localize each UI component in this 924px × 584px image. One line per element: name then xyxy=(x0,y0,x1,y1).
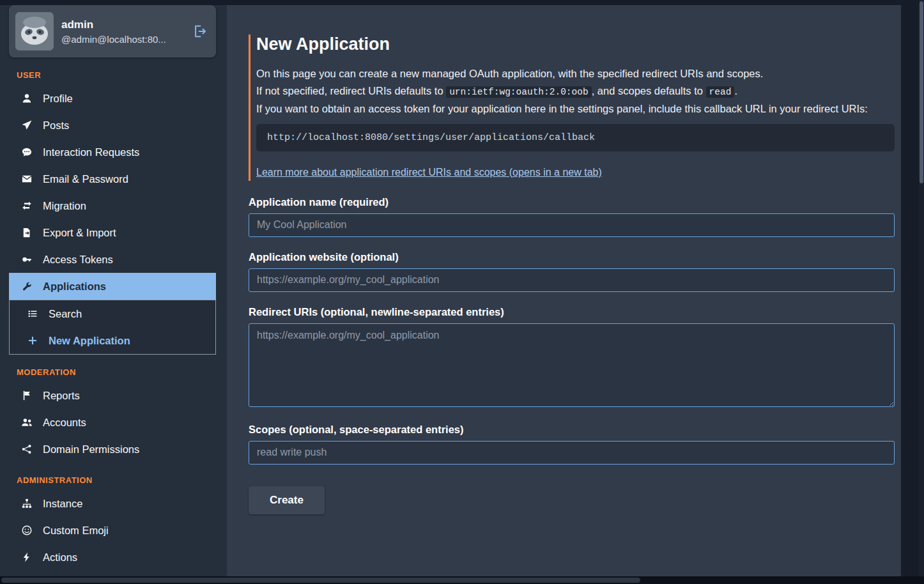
application-website-label: Application website (optional) xyxy=(249,251,895,263)
create-button[interactable]: Create xyxy=(249,486,325,514)
submenu-item-label: New Application xyxy=(49,335,130,347)
application-name-input[interactable] xyxy=(249,213,895,237)
sidebar-item-interaction-requests[interactable]: Interaction Requests xyxy=(9,139,216,165)
sidebar-item-label: Instance xyxy=(43,498,82,510)
transfer-arrows-icon xyxy=(20,199,33,212)
redirect-uris-label: Redirect URIs (optional, newline-separat… xyxy=(249,306,895,318)
sidebar-item-domain-permissions[interactable]: Domain Permissions xyxy=(9,436,216,463)
application-website-field: Application website (optional) xyxy=(249,251,895,292)
key-icon xyxy=(20,253,33,266)
scopes-field: Scopes (optional, space-separated entrie… xyxy=(249,424,895,465)
sidebar-item-label: Reports xyxy=(43,390,80,402)
smile-icon xyxy=(20,524,33,537)
sidebar-item-actions[interactable]: Actions xyxy=(9,544,216,571)
vertical-scrollbar-thumb[interactable] xyxy=(920,1,923,183)
envelope-icon xyxy=(20,173,33,185)
horizontal-scrollbar[interactable] xyxy=(0,576,924,584)
sidebar-item-label: Access Tokens xyxy=(43,254,113,266)
logout-icon[interactable] xyxy=(193,24,207,38)
user-name: admin xyxy=(61,19,166,31)
file-export-icon xyxy=(20,226,33,239)
users-icon xyxy=(20,416,33,429)
list-icon xyxy=(26,307,39,320)
horizontal-scrollbar-thumb[interactable] xyxy=(1,578,640,583)
read-code: read xyxy=(706,86,735,98)
section-title-user: USER xyxy=(17,70,216,80)
intro-line-1: On this page you can create a new manage… xyxy=(256,66,895,82)
submenu-item-label: Search xyxy=(49,308,82,320)
flag-icon xyxy=(20,389,33,402)
sidebar-item-label: Export & Import xyxy=(43,227,116,239)
scopes-input[interactable] xyxy=(249,441,895,465)
network-icon xyxy=(20,443,33,456)
new-application-form: Application name (required) Application … xyxy=(249,196,895,514)
sidebar-item-label: Migration xyxy=(43,200,86,212)
sitemap-icon xyxy=(20,497,33,510)
sidebar-item-label: Actions xyxy=(43,551,77,564)
sidebar-item-label: Email & Password xyxy=(43,173,128,185)
learn-more-link[interactable]: Learn more about application redirect UR… xyxy=(256,167,602,178)
sidebar-item-label: Interaction Requests xyxy=(43,146,139,158)
submenu-item-search[interactable]: Search xyxy=(10,300,215,327)
user-card[interactable]: admin @admin@localhost:80... xyxy=(9,5,216,58)
redirect-uris-textarea[interactable] xyxy=(249,323,895,407)
sidebar-item-label: Custom Emoji xyxy=(43,525,109,537)
sidebar-item-access-tokens[interactable]: Access Tokens xyxy=(9,246,216,273)
intro-line-2: If not specified, redirect URIs defaults… xyxy=(256,83,895,100)
redirect-uris-field: Redirect URIs (optional, newline-separat… xyxy=(249,306,895,410)
sidebar-item-reports[interactable]: Reports xyxy=(9,382,216,409)
sidebar-item-custom-emoji[interactable]: Custom Emoji xyxy=(9,517,216,544)
tools-icon xyxy=(20,280,33,293)
settings-layout: admin @admin@localhost:80... USER Profil… xyxy=(0,0,924,584)
callback-url-block[interactable]: http://localhost:8080/settings/user/appl… xyxy=(256,124,895,151)
sidebar-item-label: Domain Permissions xyxy=(43,443,139,456)
submenu-item-new-application[interactable]: New Application xyxy=(10,327,215,354)
vertical-scrollbar[interactable] xyxy=(919,0,924,584)
sidebar-item-label: Applications xyxy=(43,280,106,293)
paper-plane-icon xyxy=(20,119,33,132)
application-website-input[interactable] xyxy=(249,268,895,292)
main-panel: New Application On this page you can cre… xyxy=(227,5,901,584)
user-info: admin @admin@localhost:80... xyxy=(61,19,166,45)
sidebar-item-migration[interactable]: Migration xyxy=(9,192,216,219)
applications-submenu: Search New Application xyxy=(9,300,216,355)
user-icon xyxy=(20,92,33,105)
sidebar: admin @admin@localhost:80... USER Profil… xyxy=(0,5,227,584)
sidebar-item-applications[interactable]: Applications xyxy=(9,273,216,300)
sidebar-item-label: Accounts xyxy=(43,417,86,429)
sidebar-item-posts[interactable]: Posts xyxy=(9,112,216,139)
sidebar-item-export-import[interactable]: Export & Import xyxy=(9,219,216,246)
scopes-label: Scopes (optional, space-separated entrie… xyxy=(249,424,895,436)
page-title: New Application xyxy=(256,35,895,54)
section-title-moderation: MODERATION xyxy=(17,367,216,377)
oob-code: urn:ietf:wg:oauth:2.0:oob xyxy=(446,86,592,98)
user-handle: @admin@localhost:80... xyxy=(61,34,166,45)
plus-icon xyxy=(26,334,39,347)
intro-line-3: If you want to obtain an access token fo… xyxy=(256,101,895,117)
sidebar-item-profile[interactable]: Profile xyxy=(9,85,216,112)
comment-icon xyxy=(20,146,33,158)
sidebar-item-email-password[interactable]: Email & Password xyxy=(9,165,216,192)
sidebar-item-instance[interactable]: Instance xyxy=(9,490,216,517)
section-title-administration: ADMINISTRATION xyxy=(17,475,216,485)
sidebar-item-label: Posts xyxy=(43,119,69,132)
sidebar-item-accounts[interactable]: Accounts xyxy=(9,409,216,436)
application-name-field: Application name (required) xyxy=(249,196,895,237)
application-name-label: Application name (required) xyxy=(249,196,895,208)
sidebar-item-label: Profile xyxy=(43,93,73,105)
avatar xyxy=(15,12,54,50)
bolt-icon xyxy=(20,551,33,564)
intro-section: New Application On this page you can cre… xyxy=(249,35,895,181)
